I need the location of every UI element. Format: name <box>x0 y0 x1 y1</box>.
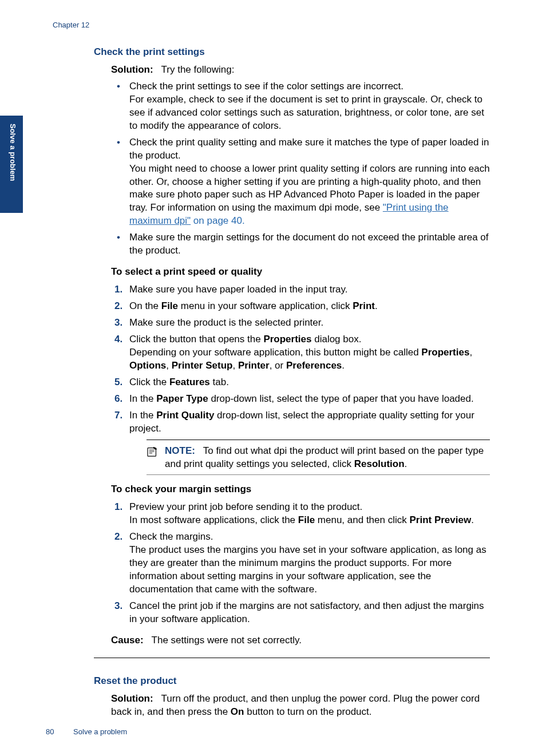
text: . <box>375 300 378 311</box>
bullet-text: For example, check to see if the documen… <box>129 94 484 131</box>
text: , or <box>270 360 286 371</box>
sub-heading-margin-settings: To check your margin settings <box>111 483 490 496</box>
divider <box>147 440 490 440</box>
solution-label: Solution: <box>111 693 153 704</box>
list-item: In the Paper Type drop-down list, select… <box>129 393 490 406</box>
bold-text: Paper Type <box>156 393 208 404</box>
text: tab. <box>210 377 229 387</box>
text: In most software applications, click the <box>129 514 298 525</box>
bold-text: Print Preview <box>409 514 471 525</box>
list-item: In the Print Quality drop-down list, sel… <box>129 409 490 476</box>
page-number: 80 <box>46 727 54 736</box>
list-item: On the File menu in your software applic… <box>129 300 490 313</box>
bullet-text: Check the print settings to see if the c… <box>129 81 403 92</box>
bullet-item: Make sure the margin settings for the do… <box>129 231 490 258</box>
bold-text: On <box>231 706 244 717</box>
section-heading-reset-product: Reset the product <box>94 675 490 687</box>
text: Check the margins. <box>129 531 213 542</box>
text: In the <box>129 393 156 404</box>
bold-text: Features <box>169 377 210 387</box>
side-tab: Solve a problem <box>0 116 23 213</box>
text: drop-down list, select the type of paper… <box>208 393 474 404</box>
list-item: Preview your print job before sending it… <box>129 501 490 527</box>
bold-text: Print Quality <box>156 410 214 421</box>
text: , <box>469 347 472 358</box>
text: button to turn on the product. <box>244 706 371 717</box>
list-item: Click the Features tab. <box>129 376 490 389</box>
cause-label: Cause: <box>111 635 144 646</box>
text: , <box>232 360 238 371</box>
footer-title: Solve a problem <box>73 727 127 736</box>
note-box: NOTE: To find out what dpi the product w… <box>147 440 490 475</box>
bullet-list: Check the print settings to see if the c… <box>111 80 490 258</box>
bold-text: Printer <box>238 360 270 371</box>
bold-text: Print <box>353 300 375 311</box>
bold-text: File <box>298 514 315 525</box>
text: Depending on your software application, … <box>129 347 421 358</box>
bold-text: Properties <box>421 347 469 358</box>
content-area: Check the print settings Solution: Try t… <box>94 46 490 719</box>
bold-text: Preferences <box>286 360 342 371</box>
bold-text: Printer Setup <box>172 360 233 371</box>
list-item: Make sure you have paper loaded in the i… <box>129 283 490 296</box>
chapter-label: Chapter 12 <box>53 21 490 29</box>
ordered-list: Preview your print job before sending it… <box>111 501 490 626</box>
section-divider <box>94 658 490 658</box>
solution-label: Solution: <box>111 64 153 75</box>
text: . <box>471 514 474 525</box>
bullet-item: Check the print settings to see if the c… <box>129 80 490 133</box>
text: , <box>166 360 171 371</box>
bold-text: Properties <box>263 334 311 345</box>
text: menu, and then click <box>315 514 409 525</box>
list-item: Make sure the product is the selected pr… <box>129 316 490 330</box>
text: The product uses the margins you have se… <box>129 544 486 595</box>
bullet-text: Check the print quality setting and make… <box>129 137 489 161</box>
text: Click the <box>129 377 169 387</box>
solution-text: Try the following: <box>161 64 235 75</box>
note-label: NOTE: <box>165 445 195 456</box>
sub-heading-print-speed: To select a print speed or quality <box>111 266 490 279</box>
bold-text: Resolution <box>354 458 405 469</box>
bold-text: Options <box>129 360 166 371</box>
text: . <box>405 458 407 469</box>
list-item: Cancel the print job if the margins are … <box>129 600 490 626</box>
divider <box>147 474 490 475</box>
note-text: To find out what dpi the product will pr… <box>165 445 484 469</box>
page: Chapter 12 Solve a problem Check the pri… <box>0 0 546 756</box>
bold-text: File <box>161 300 178 311</box>
cause-line: Cause: The settings were not set correct… <box>111 634 490 647</box>
solution-block: Solution: Turn off the product, and then… <box>111 692 490 719</box>
text: menu in your software application, click <box>178 300 353 311</box>
text: On the <box>129 300 161 311</box>
note-icon <box>147 446 159 457</box>
solution-block: Solution: Try the following: Check the p… <box>111 64 490 647</box>
text: In the <box>129 410 156 421</box>
text: dialog box. <box>311 334 361 345</box>
list-item: Click the button that opens the Properti… <box>129 333 490 373</box>
text: Click the button that opens the <box>129 334 263 345</box>
link-suffix: on page 40. <box>191 215 245 226</box>
list-item: Check the margins. The product uses the … <box>129 531 490 596</box>
page-footer: 80 Solve a problem <box>46 727 127 736</box>
bullet-text: Make sure the margin settings for the do… <box>129 232 488 256</box>
text: Preview your print job before sending it… <box>129 501 362 512</box>
text: . <box>342 360 345 371</box>
bullet-item: Check the print quality setting and make… <box>129 136 490 228</box>
cause-text: The settings were not set correctly. <box>152 635 302 646</box>
section-heading-check-print-settings: Check the print settings <box>94 46 490 58</box>
ordered-list: Make sure you have paper loaded in the i… <box>111 283 490 475</box>
